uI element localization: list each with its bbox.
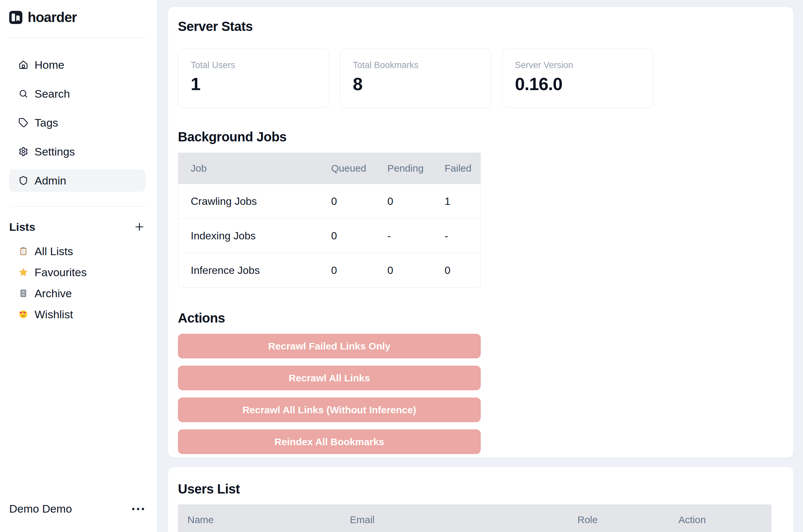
stat-label: Server Version xyxy=(515,60,641,70)
sidebar-item-label: Search xyxy=(35,88,70,100)
recrawl-failed-links-button[interactable]: Recrawl Failed Links Only xyxy=(178,334,481,358)
list-item-label: Archive xyxy=(35,287,72,300)
sidebar: hoarder Home Search Tags Settings Admin … xyxy=(0,0,157,532)
queued-cell: 0 xyxy=(331,230,387,242)
failed-cell: - xyxy=(444,230,480,242)
shield-icon xyxy=(18,175,28,186)
queued-cell: 0 xyxy=(331,195,387,208)
sidebar-item-settings[interactable]: Settings xyxy=(9,140,145,163)
stat-label: Total Users xyxy=(191,60,316,70)
failed-cell: 1 xyxy=(444,195,480,208)
recrawl-all-links-button[interactable]: Recrawl All Links xyxy=(178,366,481,390)
server-stats-cards: Total Users 1 Total Bookmarks 8 Server V… xyxy=(178,49,784,108)
admin-panel-card: Server Stats Total Users 1 Total Bookmar… xyxy=(168,6,794,458)
search-icon xyxy=(18,89,28,99)
list-item-favourites[interactable]: Favourites xyxy=(9,262,145,283)
column-header: Queued xyxy=(331,163,387,174)
queued-cell: 0 xyxy=(331,264,387,277)
home-icon xyxy=(18,60,28,70)
hoarder-logo-icon xyxy=(9,11,22,24)
add-list-button[interactable] xyxy=(134,221,145,233)
list-item-label: Wishlist xyxy=(35,308,73,321)
users-list-card: Users List NameEmailRoleAction xyxy=(168,467,794,532)
app-logo[interactable]: hoarder xyxy=(9,0,145,25)
background-jobs-table-header: JobQueuedPendingFailed xyxy=(178,153,480,184)
sidebar-item-label: Tags xyxy=(35,116,58,129)
main-content: Server Stats Total Users 1 Total Bookmar… xyxy=(157,0,803,532)
sidebar-item-label: Home xyxy=(35,58,64,71)
stat-label: Total Bookmarks xyxy=(353,60,478,70)
stat-value: 0.16.0 xyxy=(515,74,641,94)
job-name-cell: Crawling Jobs xyxy=(178,195,331,208)
users-list-title: Users List xyxy=(178,482,784,496)
list-item-label: Favourites xyxy=(35,266,87,279)
column-header: Failed xyxy=(444,163,480,174)
lists-items: All Lists Favourites Archive Wishlist xyxy=(9,241,145,325)
clipboard-emoji xyxy=(19,247,28,256)
users-list-table-header: NameEmailRoleAction xyxy=(178,505,771,532)
actions-buttons: Recrawl Failed Links OnlyRecrawl All Lin… xyxy=(178,334,784,454)
sidebar-item-search[interactable]: Search xyxy=(9,82,145,105)
column-header: Action xyxy=(678,514,771,526)
job-name-cell: Indexing Jobs xyxy=(178,230,331,242)
sidebar-item-label: Settings xyxy=(35,145,75,158)
list-item-wishlist[interactable]: Wishlist xyxy=(9,304,145,325)
pending-cell: - xyxy=(387,230,444,242)
sidebar-nav: Home Search Tags Settings Admin xyxy=(9,54,145,192)
app-name: hoarder xyxy=(27,10,77,25)
background-jobs-table: JobQueuedPendingFailed Crawling Jobs 0 0… xyxy=(178,153,481,288)
column-header: Name xyxy=(178,514,350,526)
lists-header: Lists xyxy=(9,220,145,233)
lists-title: Lists xyxy=(9,221,35,233)
actions-title: Actions xyxy=(178,311,784,325)
job-name-cell: Inference Jobs xyxy=(178,264,331,277)
sidebar-divider xyxy=(9,206,145,207)
list-item-label: All Lists xyxy=(35,245,73,258)
sidebar-item-label: Admin xyxy=(35,174,66,187)
stat-card: Total Users 1 xyxy=(178,49,329,108)
heart-eyes-emoji xyxy=(19,310,28,319)
column-header: Job xyxy=(178,163,331,174)
reindex-all-bookmarks-button[interactable]: Reindex All Bookmarks xyxy=(178,430,481,454)
user-menu[interactable]: Demo Demo xyxy=(9,502,145,515)
users-list-table: NameEmailRoleAction xyxy=(178,505,771,532)
tag-icon xyxy=(18,118,28,128)
ellipsis-icon[interactable] xyxy=(131,504,145,515)
pending-cell: 0 xyxy=(387,264,444,277)
column-header: Email xyxy=(350,514,577,526)
archive-emoji xyxy=(19,289,28,298)
star-emoji xyxy=(19,268,28,277)
sidebar-item-admin[interactable]: Admin xyxy=(9,169,145,192)
sidebar-divider xyxy=(9,38,145,38)
table-row: Inference Jobs 0 0 0 xyxy=(178,253,480,287)
sidebar-item-home[interactable]: Home xyxy=(9,54,145,76)
recrawl-all-links-no-inference-button[interactable]: Recrawl All Links (Without Inference) xyxy=(178,398,481,422)
table-row: Crawling Jobs 0 0 1 xyxy=(178,184,480,218)
stat-card: Server Version 0.16.0 xyxy=(502,49,653,108)
pending-cell: 0 xyxy=(387,195,444,208)
failed-cell: 0 xyxy=(444,264,480,277)
background-jobs-title: Background Jobs xyxy=(178,130,784,144)
column-header: Role xyxy=(577,514,678,526)
column-header: Pending xyxy=(387,163,444,174)
stat-value: 1 xyxy=(191,74,316,94)
stat-value: 8 xyxy=(353,74,478,94)
table-row: Indexing Jobs 0 - - xyxy=(178,218,480,253)
user-name: Demo Demo xyxy=(9,502,72,515)
list-item-archive[interactable]: Archive xyxy=(9,283,145,304)
stat-card: Total Bookmarks 8 xyxy=(340,49,491,108)
sidebar-item-tags[interactable]: Tags xyxy=(9,112,145,134)
gear-icon xyxy=(18,147,28,156)
server-stats-title: Server Stats xyxy=(178,19,784,34)
list-item-all-lists[interactable]: All Lists xyxy=(9,241,145,262)
